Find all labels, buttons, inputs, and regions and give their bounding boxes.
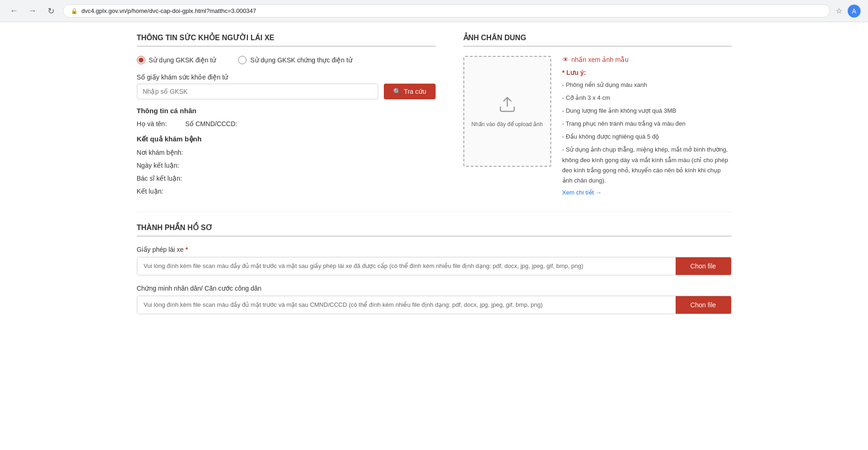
lock-icon: 🔒 [71, 8, 78, 14]
ho-ten-field: Họ và tên: [137, 120, 167, 128]
photo-upload-area[interactable]: Nhấn vào đây để upload ảnh [463, 56, 551, 167]
browser-chrome: ← → ↻ 🔒 dvc4.gplx.gov.vn/p/home/dvc-cap-… [0, 0, 868, 22]
search-icon: 🔍 [393, 88, 401, 95]
refresh-button[interactable]: ↻ [44, 5, 57, 18]
portrait-content: Nhấn vào đây để upload ảnh 👁 nhấn xem ản… [463, 56, 732, 196]
ket-luan-field: Kết luận: [137, 188, 436, 195]
bookmark-icon[interactable]: ☆ [836, 6, 842, 15]
ngay-ket-luan-field: Ngày kết luận: [137, 162, 436, 169]
file-input-row-cmnd: Vui lòng đính kèm file scan màu đầy đủ m… [137, 296, 732, 314]
sample-photo-link[interactable]: 👁 nhấn xem ảnh mẫu [562, 56, 732, 63]
radio-group: Sử dụng GKSK điện tử Sử dụng GKSK chứng … [137, 56, 436, 64]
xem-chi-tiet-link[interactable]: Xem chi tiết → [562, 189, 602, 196]
required-star-gplx: * [185, 246, 188, 253]
ho-so-title: THÀNH PHẦN HỒ SƠ [137, 223, 732, 237]
cmnd-field: Số CMND/CCCD: [185, 120, 237, 128]
search-button[interactable]: 🔍 Tra cứu [384, 84, 435, 99]
radio-chung-thuc[interactable] [238, 56, 246, 64]
file-description-gplx: Vui lòng đính kèm file scan màu đầy đủ m… [137, 257, 676, 275]
eye-icon: 👁 [562, 56, 569, 63]
ket-qua-title: Kết quả khám bệnh [137, 135, 436, 143]
ho-so-section: THÀNH PHẦN HỒ SƠ Giấy phép lái xe * Vui … [137, 223, 732, 314]
file-upload-cmnd: Chứng minh nhân dân/ Căn cước công dân V… [137, 285, 732, 314]
note-1: - Phông nền sử dụng màu xanh [562, 80, 732, 90]
gksk-input-row: 🔍 Tra cứu [137, 84, 436, 99]
bac-si-field: Bác sĩ kết luận: [137, 175, 436, 182]
main-section-row: THÔNG TIN SỨC KHỎE NGƯỜI LÁI XE Sử dụng … [137, 33, 732, 201]
address-bar[interactable]: 🔒 dvc4.gplx.gov.vn/p/home/dvc-cap-doi-gp… [63, 4, 830, 18]
user-avatar[interactable]: A [848, 5, 861, 18]
upload-text: Nhấn vào đây để upload ảnh [471, 121, 542, 128]
personal-info-title: Thông tin cá nhân [137, 107, 436, 115]
file-description-cmnd: Vui lòng đính kèm file scan màu đầy đủ m… [137, 296, 676, 314]
section-divider [137, 212, 732, 212]
gksk-field-group: Số giấy khám sức khỏe điện tử 🔍 Tra cứu [137, 73, 436, 99]
file-label-cmnd: Chứng minh nhân dân/ Căn cước công dân [137, 285, 732, 292]
gksk-label: Số giấy khám sức khỏe điện tử [137, 73, 436, 81]
noi-kham-field: Nơi khám bệnh: [137, 149, 436, 156]
portrait-section-title: ẢNH CHÂN DUNG [463, 33, 732, 47]
upload-icon [498, 95, 517, 117]
page-content: THÔNG TIN SỨC KHỎE NGƯỜI LÁI XE Sử dụng … [122, 22, 746, 334]
note-6: - Sử dụng ảnh chụp thẳng, miệng khép, mắ… [562, 145, 732, 185]
radio-dien-tu[interactable] [137, 56, 145, 64]
choose-file-button-gplx[interactable]: Chon file [676, 257, 731, 275]
note-title: * Lưu ý: [562, 69, 732, 76]
portrait-notes: 👁 nhấn xem ảnh mẫu * Lưu ý: - Phông nền … [562, 56, 732, 196]
choose-file-button-cmnd[interactable]: Chon file [676, 296, 731, 314]
health-section-title: THÔNG TIN SỨC KHỎE NGƯỜI LÁI XE [137, 33, 436, 47]
file-upload-gplx: Giấy phép lái xe * Vui lòng đính kèm fil… [137, 246, 732, 275]
file-label-gplx: Giấy phép lái xe * [137, 246, 732, 253]
radio-label-1: Sử dụng GKSK điện tử [149, 56, 216, 64]
radio-label-2: Sử dụng GKSK chứng thực điện tử [250, 56, 352, 64]
gksk-input[interactable] [137, 84, 379, 99]
note-4: - Trang phục nên tránh màu trắng và màu … [562, 119, 732, 129]
note-2: - Cỡ ảnh 3 x 4 cm [562, 93, 732, 103]
back-button[interactable]: ← [7, 5, 20, 18]
radio-option-2[interactable]: Sử dụng GKSK chứng thực điện tử [238, 56, 352, 64]
file-input-row-gplx: Vui lòng đính kèm file scan màu đầy đủ m… [137, 257, 732, 275]
address-text: dvc4.gplx.gov.vn/p/home/dvc-cap-doi-gplx… [81, 7, 822, 14]
result-section: Kết quả khám bệnh Nơi khám bệnh: Ngày kế… [137, 135, 436, 195]
note-3: - Dung lượng file ảnh không vượt quá 3MB [562, 106, 732, 116]
personal-info-row: Họ và tên: Số CMND/CCCD: [137, 120, 436, 128]
forward-button[interactable]: → [26, 5, 39, 18]
note-5: - Đầu không được nghiêng quá 5 độ [562, 132, 732, 142]
health-section: THÔNG TIN SỨC KHỎE NGƯỜI LÁI XE Sử dụng … [137, 33, 436, 201]
portrait-section: ẢNH CHÂN DUNG Nhấn vào đây để upload ảnh [463, 33, 732, 201]
radio-option-1[interactable]: Sử dụng GKSK điện tử [137, 56, 216, 64]
